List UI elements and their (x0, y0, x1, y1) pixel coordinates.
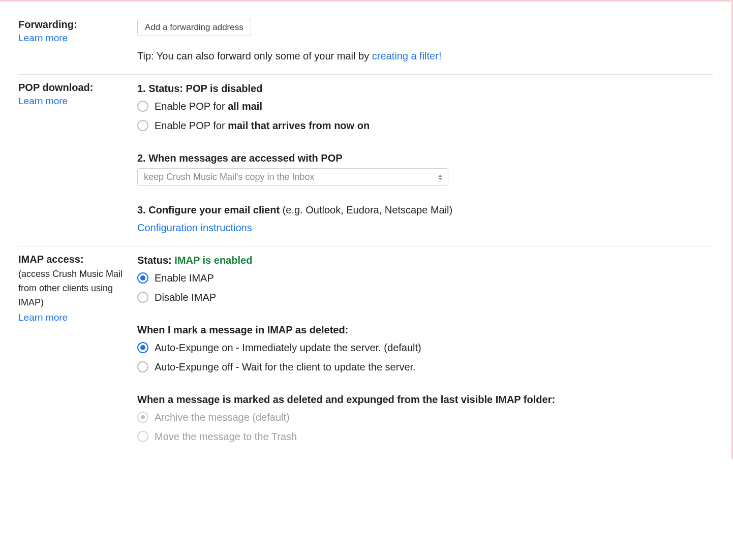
pop-title: POP download: (18, 82, 133, 94)
imap-deleted-heading: When I mark a message in IMAP as deleted… (137, 324, 713, 336)
imap-enable-label: Enable IMAP (155, 269, 214, 287)
pop-step3-rest: (e.g. Outlook, Eudora, Netscape Mail) (283, 204, 453, 215)
forwarding-tip-text: Tip: You can also forward only some of y… (137, 50, 372, 61)
imap-section: IMAP access: (access Crush Music Mail fr… (18, 246, 713, 459)
pop-step3-bold: 3. Configure your email client (137, 204, 283, 215)
imap-label-col: IMAP access: (access Crush Music Mail fr… (18, 254, 137, 447)
imap-archive-label: Archive the message (default) (155, 409, 290, 426)
imap-content: Status: IMAP is enabled Enable IMAP Disa… (137, 254, 713, 447)
pop-enable-all-radio[interactable] (137, 101, 148, 112)
imap-expunge-on-radio[interactable] (137, 342, 148, 353)
imap-trash-label: Move the message to the Trash (155, 428, 297, 445)
pop-option-now-row: Enable POP for mail that arrives from no… (137, 117, 713, 134)
imap-expunge-off-label: Auto-Expunge off - Wait for the client t… (155, 358, 416, 376)
pop-action-select[interactable]: keep Crush Music Mail's copy in the Inbo… (137, 168, 448, 186)
imap-learn-more-link[interactable]: Learn more (18, 312, 68, 323)
imap-expunged-heading: When a message is marked as deleted and … (137, 394, 713, 406)
forwarding-section: Forwarding: Learn more Add a forwarding … (18, 12, 713, 75)
imap-archive-row: Archive the message (default) (137, 409, 713, 426)
imap-title: IMAP access: (18, 254, 133, 265)
forwarding-title: Forwarding: (18, 19, 133, 30)
imap-expunge-on-row: Auto-Expunge on - Immediately update the… (137, 339, 713, 356)
imap-disable-label: Disable IMAP (155, 289, 216, 306)
imap-trash-radio[interactable] (137, 431, 148, 442)
imap-status-value: IMAP is enabled (174, 255, 252, 266)
imap-trash-row: Move the message to the Trash (137, 428, 713, 445)
forwarding-label-col: Forwarding: Learn more (18, 19, 137, 62)
imap-expunge-off-row: Auto-Expunge off - Wait for the client t… (137, 358, 713, 376)
forwarding-tip: Tip: You can also forward only some of y… (137, 50, 713, 62)
imap-disable-row: Disable IMAP (137, 289, 713, 306)
pop-config-instructions-link[interactable]: Configuration instructions (137, 222, 252, 234)
pop-content: 1. Status: POP is disabled Enable POP fo… (137, 82, 713, 234)
settings-panel: Forwarding: Learn more Add a forwarding … (0, 2, 731, 459)
imap-enable-row: Enable IMAP (137, 269, 713, 287)
pop-action-select-wrap: keep Crush Music Mail's copy in the Inbo… (137, 168, 448, 186)
imap-status-heading: Status: IMAP is enabled (137, 255, 713, 266)
forwarding-learn-more-link[interactable]: Learn more (18, 33, 68, 44)
pop-learn-more-link[interactable]: Learn more (18, 96, 68, 107)
pop-status-heading: 1. Status: POP is disabled (137, 83, 713, 95)
pop-enable-all-label: Enable POP for all mail (155, 98, 262, 115)
pop-option-all-row: Enable POP for all mail (137, 98, 713, 115)
pop-step3-heading: 3. Configure your email client (e.g. Out… (137, 204, 713, 216)
imap-subtitle: (access Crush Music Mail from other clie… (18, 267, 133, 310)
forwarding-content: Add a forwarding address Tip: You can al… (137, 19, 713, 62)
imap-status-prefix: Status: (137, 255, 174, 266)
pop-status-value: POP is disabled (186, 83, 263, 94)
imap-expunge-on-label: Auto-Expunge on - Immediately update the… (155, 339, 421, 356)
pop-status-prefix: 1. Status: (137, 83, 186, 94)
pop-label-col: POP download: Learn more (18, 82, 137, 234)
imap-archive-radio[interactable] (137, 412, 148, 423)
pop-enable-now-label: Enable POP for mail that arrives from no… (155, 117, 370, 134)
pop-section: POP download: Learn more 1. Status: POP … (18, 75, 713, 246)
imap-expunge-off-radio[interactable] (137, 361, 148, 372)
pop-enable-now-radio[interactable] (137, 120, 148, 131)
imap-disable-radio[interactable] (137, 292, 148, 303)
pop-step2-heading: 2. When messages are accessed with POP (137, 152, 713, 164)
imap-enable-radio[interactable] (137, 272, 148, 284)
add-forwarding-address-button[interactable]: Add a forwarding address (137, 19, 251, 36)
creating-filter-link[interactable]: creating a filter! (372, 50, 442, 61)
